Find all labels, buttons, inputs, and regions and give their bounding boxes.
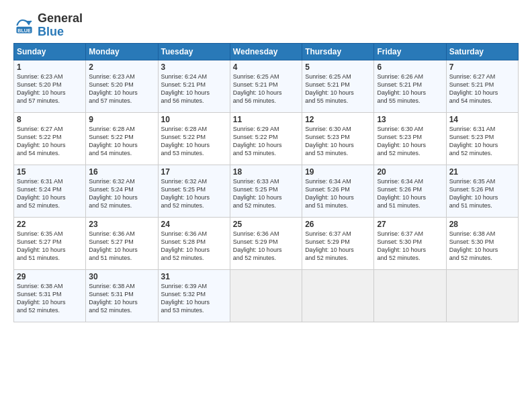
table-row	[302, 269, 374, 322]
day-number: 9	[89, 115, 154, 124]
table-row: 18Sunrise: 6:33 AM Sunset: 5:25 PM Dayli…	[230, 165, 302, 217]
day-content: Sunrise: 6:31 AM Sunset: 5:24 PM Dayligh…	[17, 177, 83, 210]
day-content: Sunrise: 6:33 AM Sunset: 5:25 PM Dayligh…	[233, 177, 299, 210]
table-row	[446, 269, 518, 322]
day-content: Sunrise: 6:23 AM Sunset: 5:20 PM Dayligh…	[89, 73, 154, 105]
logo-icon: BLUE	[13, 15, 35, 36]
day-content: Sunrise: 6:24 AM Sunset: 5:21 PM Dayligh…	[161, 73, 227, 105]
table-row	[230, 269, 302, 322]
day-number: 6	[377, 62, 443, 72]
logo-text: GeneralBlue	[38, 12, 83, 39]
day-content: Sunrise: 6:28 AM Sunset: 5:22 PM Dayligh…	[89, 125, 154, 158]
table-row: 8Sunrise: 6:27 AM Sunset: 5:22 PM Daylig…	[14, 112, 86, 165]
day-number: 23	[89, 220, 154, 229]
table-row: 19Sunrise: 6:34 AM Sunset: 5:26 PM Dayli…	[302, 165, 374, 217]
col-thursday: Thursday	[302, 43, 374, 60]
calendar-table: Sunday Monday Tuesday Wednesday Thursday…	[13, 43, 519, 322]
table-row: 2Sunrise: 6:23 AM Sunset: 5:20 PM Daylig…	[86, 60, 158, 112]
day-content: Sunrise: 6:36 AM Sunset: 5:29 PM Dayligh…	[233, 230, 299, 263]
col-tuesday: Tuesday	[158, 43, 230, 60]
table-row: 25Sunrise: 6:36 AM Sunset: 5:29 PM Dayli…	[230, 217, 302, 269]
day-number: 29	[17, 272, 83, 281]
svg-text:BLUE: BLUE	[17, 28, 31, 34]
day-content: Sunrise: 6:35 AM Sunset: 5:27 PM Dayligh…	[17, 230, 83, 263]
table-row: 27Sunrise: 6:37 AM Sunset: 5:30 PM Dayli…	[374, 217, 446, 269]
table-row: 9Sunrise: 6:28 AM Sunset: 5:22 PM Daylig…	[86, 112, 158, 165]
table-row: 11Sunrise: 6:29 AM Sunset: 5:22 PM Dayli…	[230, 112, 302, 165]
day-number: 16	[89, 167, 154, 177]
day-number: 18	[233, 167, 299, 177]
day-number: 5	[305, 62, 371, 72]
page: BLUE GeneralBlue Sunday Monday Tuesday W…	[0, 0, 532, 329]
table-row: 13Sunrise: 6:30 AM Sunset: 5:23 PM Dayli…	[374, 112, 446, 165]
table-row: 22Sunrise: 6:35 AM Sunset: 5:27 PM Dayli…	[14, 217, 86, 269]
table-row: 31Sunrise: 6:39 AM Sunset: 5:32 PM Dayli…	[158, 269, 230, 322]
day-content: Sunrise: 6:38 AM Sunset: 5:31 PM Dayligh…	[89, 282, 154, 315]
day-content: Sunrise: 6:31 AM Sunset: 5:23 PM Dayligh…	[449, 125, 515, 158]
col-wednesday: Wednesday	[230, 43, 302, 60]
table-row: 6Sunrise: 6:26 AM Sunset: 5:21 PM Daylig…	[374, 60, 446, 112]
day-content: Sunrise: 6:36 AM Sunset: 5:28 PM Dayligh…	[161, 230, 227, 263]
day-number: 24	[161, 220, 227, 229]
day-number: 19	[305, 167, 371, 177]
day-content: Sunrise: 6:39 AM Sunset: 5:32 PM Dayligh…	[161, 282, 227, 315]
day-content: Sunrise: 6:28 AM Sunset: 5:22 PM Dayligh…	[161, 125, 227, 158]
day-number: 11	[233, 115, 299, 124]
header-row: Sunday Monday Tuesday Wednesday Thursday…	[14, 43, 519, 60]
table-row: 10Sunrise: 6:28 AM Sunset: 5:22 PM Dayli…	[158, 112, 230, 165]
day-content: Sunrise: 6:23 AM Sunset: 5:20 PM Dayligh…	[17, 73, 83, 105]
day-number: 12	[305, 115, 371, 124]
day-number: 20	[377, 167, 443, 177]
table-row: 24Sunrise: 6:36 AM Sunset: 5:28 PM Dayli…	[158, 217, 230, 269]
table-row: 26Sunrise: 6:37 AM Sunset: 5:29 PM Dayli…	[302, 217, 374, 269]
col-saturday: Saturday	[446, 43, 518, 60]
day-content: Sunrise: 6:38 AM Sunset: 5:30 PM Dayligh…	[449, 230, 515, 263]
table-row: 7Sunrise: 6:27 AM Sunset: 5:21 PM Daylig…	[446, 60, 518, 112]
col-sunday: Sunday	[14, 43, 86, 60]
col-friday: Friday	[374, 43, 446, 60]
day-content: Sunrise: 6:36 AM Sunset: 5:27 PM Dayligh…	[89, 230, 154, 263]
week-row-1: 1Sunrise: 6:23 AM Sunset: 5:20 PM Daylig…	[14, 60, 519, 112]
day-number: 22	[17, 220, 83, 229]
table-row: 17Sunrise: 6:32 AM Sunset: 5:25 PM Dayli…	[158, 165, 230, 217]
day-content: Sunrise: 6:26 AM Sunset: 5:21 PM Dayligh…	[377, 73, 443, 105]
day-number: 31	[161, 272, 227, 281]
day-content: Sunrise: 6:29 AM Sunset: 5:22 PM Dayligh…	[233, 125, 299, 158]
table-row: 4Sunrise: 6:25 AM Sunset: 5:21 PM Daylig…	[230, 60, 302, 112]
day-content: Sunrise: 6:25 AM Sunset: 5:21 PM Dayligh…	[305, 73, 371, 105]
day-number: 1	[17, 62, 83, 72]
day-number: 14	[449, 115, 515, 124]
day-number: 28	[449, 220, 515, 229]
day-content: Sunrise: 6:37 AM Sunset: 5:30 PM Dayligh…	[377, 230, 443, 263]
table-row: 21Sunrise: 6:35 AM Sunset: 5:26 PM Dayli…	[446, 165, 518, 217]
table-row: 1Sunrise: 6:23 AM Sunset: 5:20 PM Daylig…	[14, 60, 86, 112]
table-row	[374, 269, 446, 322]
table-row: 12Sunrise: 6:30 AM Sunset: 5:23 PM Dayli…	[302, 112, 374, 165]
day-content: Sunrise: 6:30 AM Sunset: 5:23 PM Dayligh…	[305, 125, 371, 158]
logo: BLUE GeneralBlue	[13, 12, 83, 39]
table-row: 15Sunrise: 6:31 AM Sunset: 5:24 PM Dayli…	[14, 165, 86, 217]
day-number: 3	[161, 62, 227, 72]
table-row: 16Sunrise: 6:32 AM Sunset: 5:24 PM Dayli…	[86, 165, 158, 217]
week-row-5: 29Sunrise: 6:38 AM Sunset: 5:31 PM Dayli…	[14, 269, 519, 322]
week-row-3: 15Sunrise: 6:31 AM Sunset: 5:24 PM Dayli…	[14, 165, 519, 217]
day-number: 10	[161, 115, 227, 124]
day-number: 7	[449, 62, 515, 72]
day-number: 15	[17, 167, 83, 177]
day-content: Sunrise: 6:38 AM Sunset: 5:31 PM Dayligh…	[17, 282, 83, 315]
day-number: 8	[17, 115, 83, 124]
week-row-4: 22Sunrise: 6:35 AM Sunset: 5:27 PM Dayli…	[14, 217, 519, 269]
day-content: Sunrise: 6:32 AM Sunset: 5:25 PM Dayligh…	[161, 177, 227, 210]
day-number: 27	[377, 220, 443, 229]
week-row-2: 8Sunrise: 6:27 AM Sunset: 5:22 PM Daylig…	[14, 112, 519, 165]
table-row: 5Sunrise: 6:25 AM Sunset: 5:21 PM Daylig…	[302, 60, 374, 112]
day-number: 30	[89, 272, 154, 281]
day-content: Sunrise: 6:32 AM Sunset: 5:24 PM Dayligh…	[89, 177, 154, 210]
day-content: Sunrise: 6:25 AM Sunset: 5:21 PM Dayligh…	[233, 73, 299, 105]
day-content: Sunrise: 6:37 AM Sunset: 5:29 PM Dayligh…	[305, 230, 371, 263]
table-row: 3Sunrise: 6:24 AM Sunset: 5:21 PM Daylig…	[158, 60, 230, 112]
day-number: 25	[233, 220, 299, 229]
table-row: 29Sunrise: 6:38 AM Sunset: 5:31 PM Dayli…	[14, 269, 86, 322]
col-monday: Monday	[86, 43, 158, 60]
day-content: Sunrise: 6:27 AM Sunset: 5:21 PM Dayligh…	[449, 73, 515, 105]
